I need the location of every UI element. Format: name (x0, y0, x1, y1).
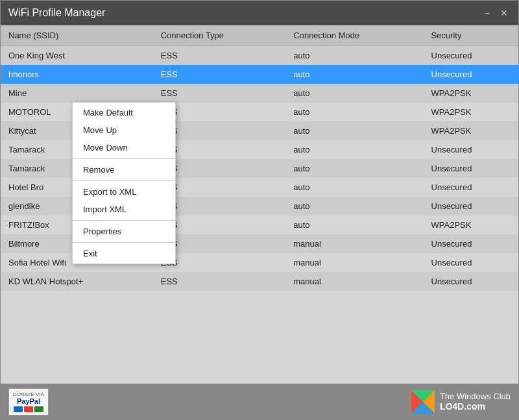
cell-security: Unsecured (424, 159, 518, 178)
minimize-button[interactable]: − (482, 8, 492, 18)
paypal-donate-text: DONATE VIA (13, 391, 44, 397)
gem-icon (411, 390, 435, 414)
window-title: WiFi Profile Manager (8, 7, 105, 19)
context-menu-item[interactable]: Properties (73, 223, 175, 240)
cell-security: Unsecured (424, 46, 518, 66)
menu-separator (73, 158, 175, 159)
cell-connMode: auto (285, 159, 423, 178)
visa-icon (14, 406, 23, 412)
menu-separator (73, 220, 175, 221)
paypal-badge[interactable]: DONATE VIA PayPal (8, 388, 49, 415)
cell-security: WPA2PSK (424, 103, 518, 121)
cell-connMode: auto (285, 216, 423, 234)
cell-connMode: auto (285, 178, 423, 197)
menu-separator (73, 242, 175, 243)
context-menu-item[interactable]: Exit (73, 245, 175, 262)
cell-connMode: auto (285, 121, 423, 140)
cell-security: Unsecured (424, 234, 518, 253)
brand-logo: The Windows Club LO4D.com (411, 390, 511, 414)
cell-connType: ESS (153, 84, 286, 103)
context-menu-item[interactable]: Import XML (73, 201, 175, 218)
col-name: Name (SSID) (1, 25, 153, 46)
app-window: WiFi Profile Manager − ✕ Name (SSID) Con… (0, 0, 519, 420)
cell-security: WPA2PSK (424, 84, 518, 103)
col-conn-type: Connection Type (153, 25, 286, 46)
cell-connMode: auto (285, 84, 423, 103)
footer: DONATE VIA PayPal The Windows Club (1, 384, 518, 419)
table-row[interactable]: hhonorsESSautoUnsecured (1, 65, 518, 84)
window-controls: − ✕ (482, 8, 511, 18)
context-menu: Make DefaultMove UpMove DownRemoveExport… (72, 102, 176, 264)
title-bar: WiFi Profile Manager − ✕ (1, 1, 518, 25)
cell-name: One King West (1, 46, 153, 66)
close-button[interactable]: ✕ (498, 8, 511, 18)
cell-security: Unsecured (424, 272, 518, 291)
cell-connType: ESS (153, 65, 286, 84)
amex-icon (34, 406, 43, 412)
main-content: Name (SSID) Connection Type Connection M… (1, 25, 518, 419)
cell-connMode: auto (285, 197, 423, 216)
paypal-logo-text: PayPal (17, 397, 40, 405)
col-security: Security (424, 25, 518, 46)
cell-connMode: manual (285, 253, 423, 272)
cell-connMode: manual (285, 234, 423, 253)
cell-connMode: manual (285, 272, 423, 291)
col-conn-mode: Connection Mode (285, 25, 423, 46)
cell-security: WPA2PSK (424, 216, 518, 234)
table-row[interactable]: One King WestESSautoUnsecured (1, 46, 518, 66)
table-header: Name (SSID) Connection Type Connection M… (1, 25, 518, 46)
brand-text: The Windows Club LO4D.com (440, 391, 511, 412)
cell-security: Unsecured (424, 178, 518, 197)
cell-name: KD WLAN Hotspot+ (1, 272, 153, 291)
brand-name: The Windows Club (440, 391, 511, 401)
cell-connType: ESS (153, 272, 286, 291)
cell-connMode: auto (285, 103, 423, 121)
cell-connMode: auto (285, 65, 423, 84)
mc-icon (24, 406, 33, 412)
context-menu-item[interactable]: Move Up (73, 121, 175, 139)
context-menu-item[interactable]: Export to XML (73, 183, 175, 201)
cell-name: hhonors (1, 65, 153, 84)
cell-security: Unsecured (424, 197, 518, 216)
paypal-card-icons (14, 406, 43, 412)
cell-connType: ESS (153, 46, 286, 66)
cell-security: Unsecured (424, 65, 518, 84)
context-menu-item[interactable]: Remove (73, 161, 175, 179)
table-row[interactable]: MineESSautoWPA2PSK (1, 84, 518, 103)
cell-security: Unsecured (424, 140, 518, 159)
context-menu-item[interactable]: Make Default (73, 104, 175, 121)
brand-site: LO4D.com (440, 401, 511, 412)
cell-name: Mine (1, 84, 153, 103)
menu-separator (73, 180, 175, 181)
cell-connMode: auto (285, 140, 423, 159)
cell-security: WPA2PSK (424, 121, 518, 140)
table-row[interactable]: KD WLAN Hotspot+ESSmanualUnsecured (1, 272, 518, 291)
cell-connMode: auto (285, 46, 423, 66)
context-menu-item[interactable]: Move Down (73, 139, 175, 156)
cell-security: Unsecured (424, 253, 518, 272)
